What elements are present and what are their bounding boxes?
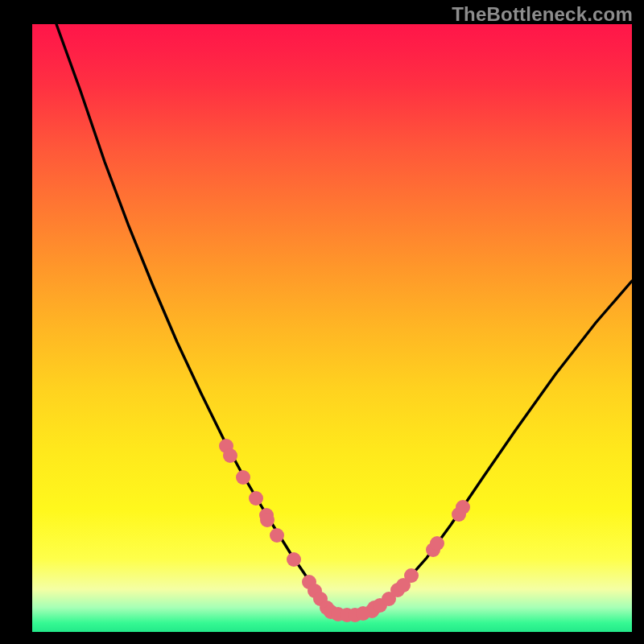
curve-marker (260, 513, 275, 527)
curve-marker (404, 568, 419, 583)
watermark-text: TheBottleneck.com (452, 3, 633, 26)
marker-group (219, 439, 470, 622)
curve-marker (223, 448, 237, 463)
chart-frame: TheBottleneck.com (0, 0, 644, 644)
curve-path (56, 24, 632, 614)
curve-marker (270, 528, 284, 543)
curve-marker (456, 500, 470, 514)
curve-marker (430, 536, 444, 551)
plot-area (32, 24, 632, 632)
bottleneck-curve (32, 24, 632, 632)
curve-marker (287, 552, 301, 567)
curve-marker (236, 470, 250, 485)
curve-marker (249, 491, 263, 506)
